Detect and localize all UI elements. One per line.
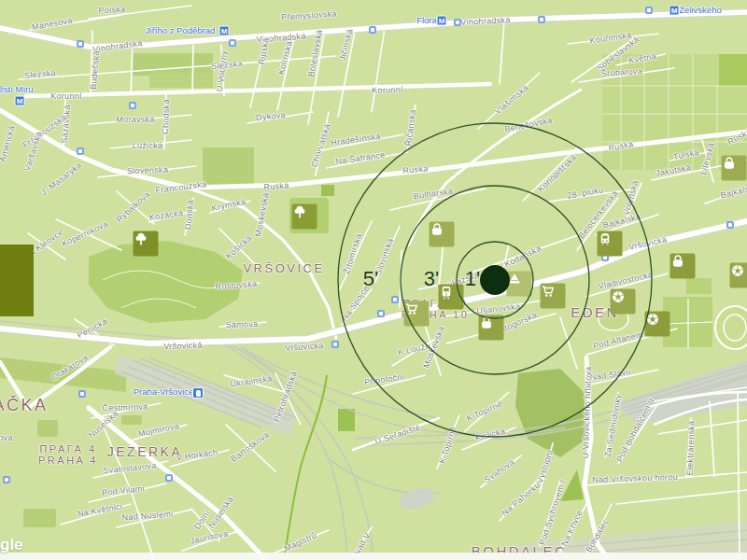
map-canvas[interactable]: VRŠOVICEJEZERKAEDENBOHDALECAČKAПРАГА 4PR… xyxy=(0,0,747,560)
bottom-fade xyxy=(0,553,747,560)
google-watermark: gle xyxy=(0,537,23,553)
radius-label: 5' xyxy=(363,269,378,289)
radius-label: 1' xyxy=(465,269,480,289)
edge-icon-fragment xyxy=(0,245,34,316)
radius-labels-layer: 1'3'5' xyxy=(0,0,747,560)
radius-label: 3' xyxy=(424,269,439,289)
